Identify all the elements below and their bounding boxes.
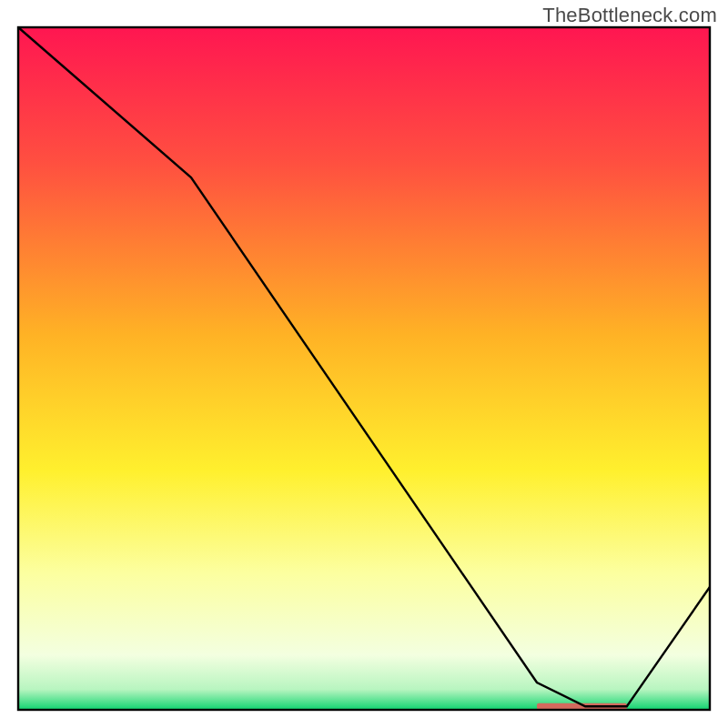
watermark-text: TheBottleneck.com (542, 4, 717, 27)
chart-container: TheBottleneck.com (0, 0, 728, 728)
bottleneck-chart (0, 0, 728, 728)
plot-background (18, 27, 710, 710)
